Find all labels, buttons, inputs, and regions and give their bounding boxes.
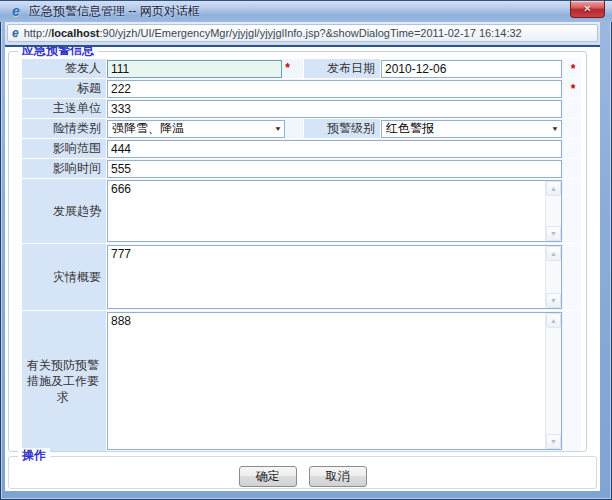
row-affect-time: 影响时间	[22, 159, 581, 178]
danger-type-label: 险情类别	[22, 119, 106, 138]
signer-input[interactable]	[107, 60, 282, 78]
measures-label: 有关预防预警措施及工作要求	[22, 311, 106, 451]
warning-level-value: 红色警报	[386, 120, 434, 137]
affect-time-input[interactable]	[107, 160, 562, 178]
ie-icon: e	[8, 3, 24, 19]
measures-textarea[interactable]: 888	[108, 313, 544, 449]
scrollbar[interactable]: ▲ ▼	[545, 313, 561, 449]
title-label: 标题	[22, 79, 106, 98]
actions-legend: 操作	[18, 448, 50, 462]
measures-textarea-wrap: 888 ▲ ▼	[107, 312, 562, 450]
scroll-down-icon[interactable]: ▼	[546, 434, 561, 449]
scroll-up-icon[interactable]: ▲	[546, 313, 561, 328]
trend-textarea-wrap: 666 ▲ ▼	[107, 180, 562, 242]
window-title: 应急预警信息管理 -- 网页对话框	[29, 3, 200, 20]
close-button[interactable]: ✕	[570, 1, 605, 18]
chevron-down-icon: ▼	[551, 125, 559, 132]
publish-date-input[interactable]	[381, 60, 562, 78]
dialog-window: e 应急预警信息管理 -- 网页对话框 ✕ e http://localhost…	[0, 0, 612, 500]
url-protocol: http://	[24, 27, 52, 39]
row-disaster-summary: 灾情概要 777 ▲ ▼	[22, 244, 581, 310]
trend-label: 发展趋势	[22, 179, 106, 243]
signer-label: 签发人	[22, 59, 106, 78]
disaster-summary-textarea[interactable]: 777	[108, 246, 544, 308]
affect-scope-input[interactable]	[107, 140, 562, 158]
row-affect-scope: 影响范围	[22, 139, 581, 158]
disaster-summary-label: 灾情概要	[22, 244, 106, 310]
scroll-down-icon[interactable]: ▼	[546, 226, 561, 241]
button-row: 确定 取消	[9, 457, 596, 487]
scrollbar[interactable]: ▲ ▼	[545, 181, 561, 241]
row-measures: 有关预防预警措施及工作要求 888 ▲ ▼	[22, 311, 581, 451]
row-title: 标题 *	[22, 79, 581, 98]
warning-form-table: 签发人 * 发布日期 * 标题	[21, 58, 582, 452]
scrollbar[interactable]: ▲ ▼	[545, 246, 561, 308]
ie-icon: e	[12, 26, 19, 40]
main-recipient-input[interactable]	[107, 100, 562, 118]
warning-info-fieldset: 应急预警信息 签发人 * 发布日期 *	[8, 51, 587, 452]
scroll-up-icon[interactable]: ▲	[546, 181, 561, 196]
danger-type-select[interactable]: 强降雪、降温 ▼	[107, 120, 285, 138]
main-recipient-label: 主送单位	[22, 99, 106, 118]
required-marker: *	[285, 61, 290, 75]
trend-textarea[interactable]: 666	[108, 181, 544, 241]
disaster-summary-textarea-wrap: 777 ▲ ▼	[107, 245, 562, 309]
ok-button[interactable]: 确定	[239, 466, 297, 487]
close-icon: ✕	[583, 3, 591, 14]
fieldset-legend: 应急预警信息	[18, 47, 98, 57]
url-host: localhost	[51, 27, 99, 39]
cancel-button[interactable]: 取消	[309, 466, 367, 487]
required-marker: *	[571, 82, 576, 96]
title-bar: e 应急预警信息管理 -- 网页对话框 ✕	[0, 0, 612, 22]
affect-scope-label: 影响范围	[22, 139, 106, 158]
warning-level-label: 预警级别	[304, 119, 380, 138]
publish-date-label: 发布日期	[304, 59, 380, 78]
dialog-content: 应急预警信息 签发人 * 发布日期 *	[5, 47, 600, 491]
scroll-down-icon[interactable]: ▼	[546, 293, 561, 308]
title-input[interactable]	[107, 80, 562, 98]
danger-type-value: 强降雪、降温	[112, 120, 184, 137]
actions-fieldset: 操作 确定 取消	[8, 456, 597, 489]
scroll-up-icon[interactable]: ▲	[546, 246, 561, 261]
row-signer-date: 签发人 * 发布日期 *	[22, 59, 581, 78]
row-trend: 发展趋势 666 ▲ ▼	[22, 179, 581, 243]
warning-level-select[interactable]: 红色警报 ▼	[381, 120, 562, 138]
required-marker: *	[571, 62, 576, 76]
row-main-recipient: 主送单位	[22, 99, 581, 118]
url-field: e http://localhost:90/yjzh/UI/EmergencyM…	[7, 24, 598, 42]
url-path: :90/yjzh/UI/EmergencyMgr/yjyjgl/yjyjglIn…	[100, 27, 522, 39]
affect-time-label: 影响时间	[22, 159, 106, 178]
chevron-down-icon: ▼	[274, 125, 282, 132]
row-type-level: 险情类别 强降雪、降温 ▼ 预警级别 红色警报 ▼	[22, 119, 581, 138]
address-bar: e http://localhost:90/yjzh/UI/EmergencyM…	[5, 22, 600, 47]
